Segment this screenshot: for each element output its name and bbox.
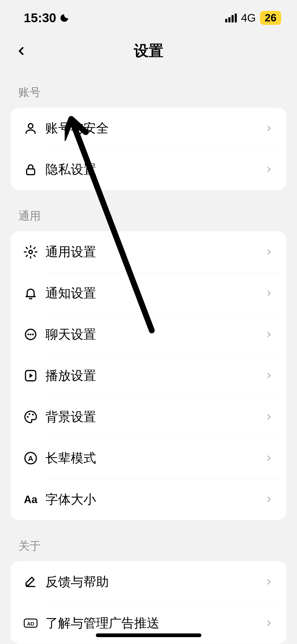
row-label: 背景设置 bbox=[45, 408, 265, 425]
row-playback-settings[interactable]: 播放设置 bbox=[11, 355, 286, 396]
card-general: 通用设置 通知设置 聊天设置 播放设置 背景设置 A 长辈模式 bbox=[11, 231, 286, 520]
row-chat-settings[interactable]: 聊天设置 bbox=[11, 314, 286, 355]
font-size-icon: Aa bbox=[24, 493, 37, 506]
lock-icon bbox=[24, 163, 37, 176]
row-label: 了解与管理广告推送 bbox=[45, 615, 265, 632]
chevron-right-icon bbox=[265, 124, 273, 132]
row-feedback[interactable]: 反馈与帮助 bbox=[11, 561, 286, 602]
svg-point-0 bbox=[28, 124, 33, 128]
row-ad-management[interactable]: AD 了解与管理广告推送 bbox=[11, 602, 286, 644]
row-label: 字体大小 bbox=[45, 491, 265, 508]
chat-icon bbox=[24, 328, 37, 341]
row-background-settings[interactable]: 背景设置 bbox=[11, 396, 286, 438]
chevron-right-icon bbox=[265, 330, 273, 339]
status-left: 15:30 bbox=[24, 11, 69, 25]
palette-icon bbox=[24, 410, 37, 424]
chevron-right-icon bbox=[265, 495, 273, 504]
chevron-right-icon bbox=[265, 619, 273, 627]
gear-icon bbox=[24, 245, 37, 259]
svg-point-10 bbox=[32, 414, 34, 416]
svg-text:A: A bbox=[28, 454, 33, 463]
section-header-general: 通用 bbox=[0, 201, 297, 231]
row-label: 通知设置 bbox=[45, 285, 265, 302]
row-font-size[interactable]: Aa 字体大小 bbox=[11, 479, 286, 520]
network-label: 4G bbox=[241, 12, 256, 24]
row-elder-mode[interactable]: A 长辈模式 bbox=[11, 438, 286, 479]
section-header-account: 账号 bbox=[0, 77, 297, 108]
signal-icon bbox=[225, 13, 237, 22]
svg-point-8 bbox=[27, 416, 29, 418]
svg-rect-1 bbox=[27, 169, 35, 175]
svg-point-9 bbox=[29, 413, 30, 415]
page-title: 设置 bbox=[13, 41, 284, 61]
chevron-right-icon bbox=[265, 289, 273, 297]
chevron-left-icon bbox=[15, 45, 27, 57]
chevron-right-icon bbox=[265, 165, 273, 174]
chevron-right-icon bbox=[265, 248, 273, 256]
svg-text:AD: AD bbox=[27, 621, 34, 627]
row-general-settings[interactable]: 通用设置 bbox=[11, 231, 286, 273]
row-label: 聊天设置 bbox=[45, 326, 265, 343]
battery-level: 26 bbox=[265, 12, 277, 24]
edit-icon bbox=[24, 575, 37, 589]
user-icon bbox=[24, 121, 37, 135]
row-label: 长辈模式 bbox=[45, 450, 265, 467]
ad-icon: AD bbox=[24, 616, 37, 630]
row-privacy[interactable]: 隐私设置 bbox=[11, 149, 286, 190]
home-indicator[interactable] bbox=[96, 633, 201, 637]
row-label: 隐私设置 bbox=[45, 161, 265, 178]
chevron-right-icon bbox=[265, 371, 273, 380]
status-right: 4G 26 bbox=[225, 11, 281, 25]
row-label: 反馈与帮助 bbox=[45, 573, 265, 590]
svg-point-2 bbox=[29, 250, 32, 254]
battery-indicator: 26 bbox=[260, 11, 281, 25]
moon-icon bbox=[59, 13, 69, 23]
card-account: 账号与安全 隐私设置 bbox=[11, 108, 286, 190]
section-header-about: 关于 bbox=[0, 531, 297, 561]
row-label: 播放设置 bbox=[45, 367, 265, 384]
svg-point-4 bbox=[27, 334, 29, 335]
back-button[interactable] bbox=[13, 43, 29, 59]
bell-icon bbox=[24, 286, 37, 300]
a-circle-icon: A bbox=[24, 451, 37, 465]
chevron-right-icon bbox=[265, 413, 273, 421]
chevron-right-icon bbox=[265, 454, 273, 462]
svg-point-5 bbox=[30, 334, 32, 335]
nav-header: 设置 bbox=[0, 30, 297, 77]
card-about: 反馈与帮助 AD 了解与管理广告推送 bbox=[11, 561, 286, 644]
play-icon bbox=[24, 369, 37, 383]
status-time: 15:30 bbox=[24, 11, 56, 25]
row-label: 账号与安全 bbox=[45, 120, 265, 137]
chevron-right-icon bbox=[265, 578, 273, 586]
row-account-security[interactable]: 账号与安全 bbox=[11, 108, 286, 149]
row-label: 通用设置 bbox=[45, 243, 265, 260]
svg-point-6 bbox=[32, 334, 34, 335]
row-notification-settings[interactable]: 通知设置 bbox=[11, 273, 286, 314]
status-bar: 15:30 4G 26 bbox=[0, 0, 297, 30]
